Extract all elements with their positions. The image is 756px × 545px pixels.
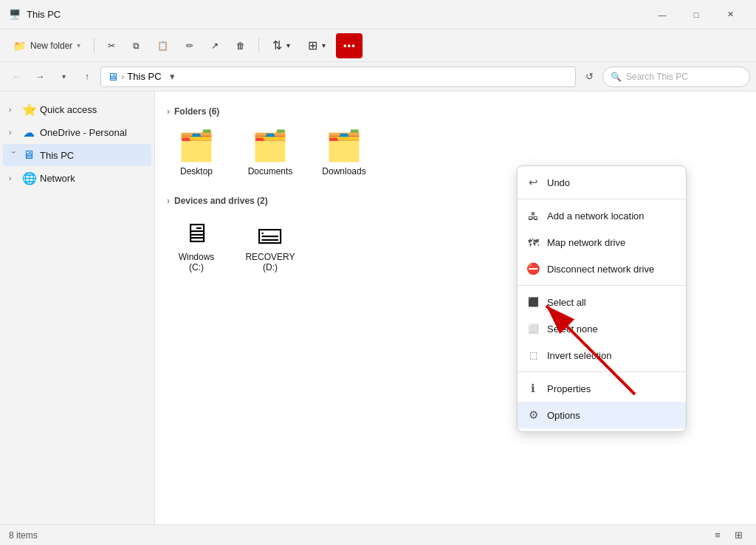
- sidebar-item-quick-access[interactable]: › ⭐ Quick access: [3, 98, 151, 120]
- paste-button[interactable]: 📋: [150, 33, 176, 58]
- copy-button[interactable]: ⧉: [126, 33, 147, 58]
- sidebar-item-onedrive[interactable]: › ☁ OneDrive - Personal: [3, 121, 151, 143]
- rename-button[interactable]: ✏: [179, 33, 201, 58]
- folder-desktop[interactable]: 🗂️ Desktop: [167, 124, 226, 181]
- desktop-icon: 🗂️: [178, 128, 215, 163]
- search-box[interactable]: 🔍 Search This PC: [602, 66, 750, 87]
- documents-icon: 🗂️: [252, 128, 289, 163]
- view-button[interactable]: ⊞ ▾: [300, 33, 333, 58]
- back-button[interactable]: ←: [6, 66, 27, 87]
- new-folder-button[interactable]: 📁 New folder ▾: [6, 33, 88, 58]
- quick-access-label: Quick access: [40, 104, 97, 115]
- sidebar-item-network[interactable]: › 🌐 Network: [3, 167, 151, 189]
- menu-item-properties[interactable]: ℹ Properties: [518, 375, 686, 402]
- up-button[interactable]: ↑: [77, 66, 97, 87]
- more-icon: •••: [343, 40, 356, 51]
- share-button[interactable]: ↗: [204, 33, 226, 58]
- menu-item-disconnect-drive[interactable]: ⛔ Disconnect network drive: [518, 256, 686, 282]
- context-menu: ↩ Undo 🖧 Add a network location 🗺 Map ne…: [517, 165, 687, 432]
- toolbar-separator-2: [258, 38, 259, 53]
- menu-separator-3: [518, 371, 686, 372]
- disconnect-drive-label: Disconnect network drive: [547, 264, 654, 275]
- search-icon: 🔍: [611, 72, 622, 82]
- minimize-button[interactable]: —: [645, 3, 679, 27]
- sort-dropdown-icon: ▾: [286, 41, 290, 49]
- onedrive-icon: ☁: [22, 126, 35, 140]
- recovery-d-label: RECOVERY (D:): [245, 252, 295, 272]
- this-pc-chevron: ›: [10, 151, 18, 160]
- onedrive-chevron: ›: [9, 128, 18, 137]
- menu-item-select-none[interactable]: ⬜ Select none: [518, 315, 686, 342]
- quick-access-icon: ⭐: [22, 103, 35, 117]
- path-computer-icon: 🖥: [107, 70, 118, 83]
- menu-item-undo[interactable]: ↩ Undo: [518, 169, 686, 196]
- menu-item-invert-selection[interactable]: ⬚ Invert selection: [518, 342, 686, 369]
- window-title: This PC: [27, 9, 645, 20]
- delete-button[interactable]: 🗑: [229, 33, 252, 58]
- title-bar: 🖥️ This PC — □ ✕: [0, 0, 756, 30]
- network-icon: 🌐: [22, 171, 35, 185]
- windows-c-label: Windows (C:): [171, 252, 221, 272]
- devices-section-title: Devices and drives (2): [174, 196, 268, 206]
- item-count: 8 items: [9, 530, 38, 541]
- address-bar: ← → ▾ ↑ 🖥 › This PC ▾ ↺ 🔍 Search This PC: [0, 62, 756, 92]
- documents-label: Documents: [248, 166, 293, 176]
- cut-button[interactable]: ✂: [100, 33, 123, 58]
- toolbar: 📁 New folder ▾ ✂ ⧉ 📋 ✏ ↗ 🗑 ⇅ ▾ ⊞ ▾ •••: [0, 30, 756, 62]
- recovery-d-icon: 🖴: [257, 218, 284, 249]
- copy-icon: ⧉: [133, 41, 140, 51]
- disconnect-drive-icon: ⛔: [526, 262, 540, 275]
- select-none-label: Select none: [547, 323, 598, 335]
- main-layout: › ⭐ Quick access › ☁ OneDrive - Personal…: [0, 92, 756, 524]
- menu-separator-1: [518, 199, 686, 199]
- properties-label: Properties: [547, 383, 591, 394]
- sort-button[interactable]: ⇅ ▾: [265, 33, 298, 58]
- folder-downloads[interactable]: 🗂️ Downloads: [315, 124, 374, 181]
- view-dropdown-icon: ▾: [322, 41, 326, 49]
- forward-button[interactable]: →: [30, 66, 50, 87]
- menu-item-map-drive[interactable]: 🗺 Map network drive: [518, 229, 686, 256]
- refresh-button[interactable]: ↺: [579, 66, 599, 87]
- path-current: This PC: [127, 71, 161, 82]
- invert-selection-icon: ⬚: [526, 349, 540, 362]
- add-network-icon: 🖧: [526, 209, 540, 222]
- maximize-button[interactable]: □: [679, 3, 713, 27]
- grid-view-button[interactable]: ⊞: [729, 527, 747, 544]
- share-icon: ↗: [211, 41, 219, 51]
- list-view-button[interactable]: ≡: [709, 527, 726, 544]
- network-chevron: ›: [9, 174, 18, 182]
- sort-icon: ⇅: [272, 38, 282, 52]
- new-folder-label: New folder: [30, 41, 72, 51]
- drive-recovery-d[interactable]: 🖴 RECOVERY (D:): [241, 213, 300, 277]
- view-icon: ⊞: [308, 38, 317, 52]
- menu-separator-2: [518, 285, 686, 286]
- more-button[interactable]: •••: [336, 33, 362, 58]
- app-icon: 🖥️: [9, 9, 21, 21]
- folder-documents[interactable]: 🗂️ Documents: [241, 124, 300, 181]
- this-pc-label: This PC: [40, 150, 74, 161]
- new-folder-dropdown-icon[interactable]: ▾: [77, 41, 80, 49]
- network-label: Network: [40, 173, 75, 184]
- onedrive-label: OneDrive - Personal: [40, 127, 127, 138]
- delete-icon: 🗑: [236, 41, 245, 51]
- select-all-label: Select all: [547, 297, 586, 308]
- status-bar: 8 items ≡ ⊞: [0, 524, 756, 545]
- properties-icon: ℹ: [526, 382, 540, 395]
- menu-item-options[interactable]: ⚙ Options: [518, 402, 686, 428]
- recent-locations-button[interactable]: ▾: [53, 66, 74, 87]
- path-separator: ›: [121, 71, 124, 82]
- sidebar: › ⭐ Quick access › ☁ OneDrive - Personal…: [0, 92, 155, 524]
- windows-c-icon: 🖥: [183, 218, 210, 249]
- this-pc-icon: 🖥: [22, 148, 35, 162]
- invert-selection-label: Invert selection: [547, 350, 611, 361]
- menu-item-add-network[interactable]: 🖧 Add a network location: [518, 202, 686, 229]
- undo-icon: ↩: [526, 176, 540, 189]
- options-label: Options: [547, 410, 580, 421]
- address-dropdown-button[interactable]: ▾: [165, 67, 181, 86]
- menu-item-select-all[interactable]: ⬛ Select all: [518, 289, 686, 315]
- paste-icon: 📋: [157, 41, 168, 51]
- drive-windows-c[interactable]: 🖥 Windows (C:): [167, 213, 226, 277]
- address-path[interactable]: 🖥 › This PC ▾: [100, 66, 576, 87]
- close-button[interactable]: ✕: [713, 3, 747, 27]
- sidebar-item-this-pc[interactable]: › 🖥 This PC: [3, 144, 151, 166]
